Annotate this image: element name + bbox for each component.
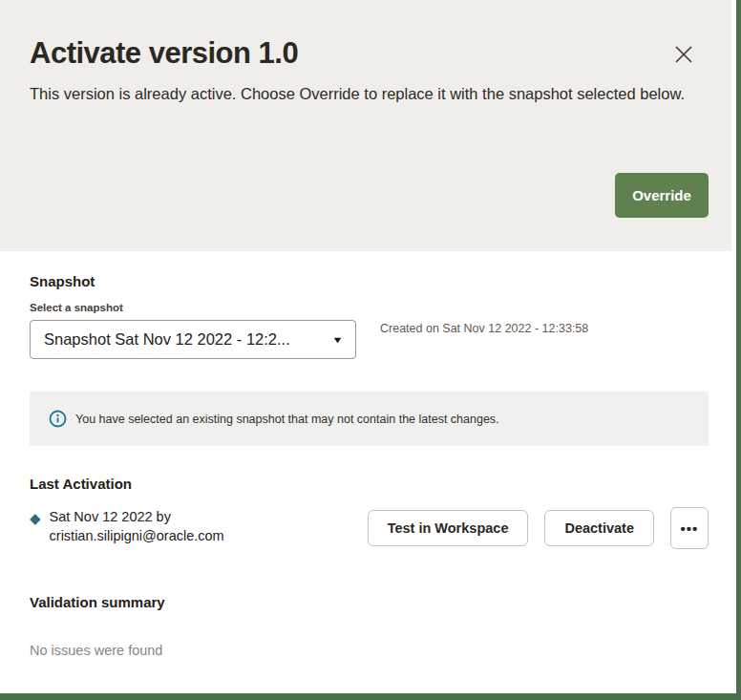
snapshot-select-label: Select a snapshot xyxy=(30,302,123,313)
deactivate-button[interactable]: Deactivate xyxy=(544,510,654,546)
last-activation-date: Sat Nov 12 2022 by xyxy=(50,507,224,526)
snapshot-select[interactable]: Snapshot Sat Nov 12 2022 - 12:2... ▼ xyxy=(30,320,356,359)
last-activation-user: cristian.silipigni@oracle.com xyxy=(50,526,224,545)
snapshot-select-value: Snapshot Sat Nov 12 2022 - 12:2... xyxy=(44,330,326,349)
page-title: Activate version 1.0 xyxy=(30,36,298,71)
info-banner-message: You have selected an existing snapshot t… xyxy=(75,413,499,426)
close-icon xyxy=(672,43,695,69)
last-activation-heading: Last Activation xyxy=(30,476,132,492)
test-in-workspace-button[interactable]: Test in Workspace xyxy=(368,510,529,546)
close-button[interactable] xyxy=(670,42,697,69)
info-icon xyxy=(49,410,67,428)
dialog-description: This version is already active. Choose O… xyxy=(30,83,698,106)
dialog-header: Activate version 1.0 This version is alr… xyxy=(0,0,731,251)
diamond-bullet-icon: ◆ xyxy=(30,511,41,525)
info-banner: You have selected an existing snapshot t… xyxy=(30,392,709,446)
ellipsis-icon: ••• xyxy=(681,520,699,537)
last-activation-row: ◆ Sat Nov 12 2022 by cristian.silipigni@… xyxy=(30,507,709,549)
chevron-down-icon: ▼ xyxy=(331,335,343,345)
override-button[interactable]: Override xyxy=(615,173,709,218)
snapshot-heading: Snapshot xyxy=(30,273,95,289)
activate-version-dialog: Activate version 1.0 This version is alr… xyxy=(0,0,741,700)
last-activation-details: Sat Nov 12 2022 by cristian.silipigni@or… xyxy=(50,507,224,545)
activation-actions: Test in Workspace Deactivate ••• xyxy=(368,507,709,549)
snapshot-created-text: Created on Sat Nov 12 2022 - 12:33:58 xyxy=(380,322,588,335)
validation-summary-heading: Validation summary xyxy=(30,594,165,610)
validation-message: No issues were found xyxy=(30,643,162,658)
more-options-button[interactable]: ••• xyxy=(670,507,709,549)
